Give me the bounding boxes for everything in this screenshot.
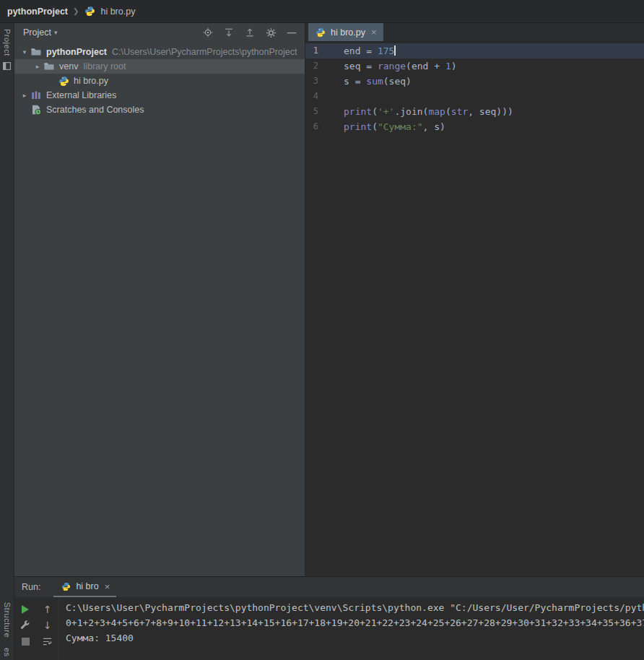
project-tree: ▾pythonProjectC:\Users\User\PycharmProje…	[14, 42, 305, 117]
tree-item-label: Scratches and Consoles	[46, 105, 144, 115]
python-file-icon	[315, 27, 326, 38]
code-editor[interactable]: 1end = 1752seq = range(end + 1)3s = sum(…	[305, 42, 644, 576]
editor-tab-bar: hi bro.py ×	[305, 23, 644, 42]
folder-icon	[30, 46, 42, 58]
tool-button-structure[interactable]: Structure	[3, 602, 12, 638]
soft-wrap-icon[interactable]	[40, 634, 55, 648]
run-tab-label: hi bro	[76, 581, 98, 591]
tree-item-hi-bro-py[interactable]: hi bro.py	[14, 74, 305, 88]
tree-item-venv[interactable]: ▸venvlibrary root	[14, 59, 305, 74]
line-number: 1	[305, 43, 337, 58]
tree-item-label: pythonProject	[46, 47, 107, 57]
close-icon[interactable]: ×	[105, 582, 110, 591]
code-line-2[interactable]: 2seq = range(end + 1)	[305, 58, 644, 74]
project-tool-icon[interactable]	[2, 61, 12, 73]
pycharm-window: pythonProject ❯ hi bro.py Project Struct…	[0, 0, 644, 660]
tree-item-label: External Libraries	[46, 90, 116, 100]
stop-icon[interactable]	[18, 634, 32, 648]
titlebar: pythonProject ❯ hi bro.py	[0, 0, 644, 23]
stripe-bottom: Structure es	[3, 602, 12, 657]
line-number: 6	[305, 119, 337, 134]
code-line-5[interactable]: 5print('+'.join(map(str, seq)))	[305, 104, 644, 119]
line-number: 2	[305, 58, 337, 74]
up-stack-icon[interactable]: ↑	[40, 602, 55, 617]
editor-tab-hi-bro[interactable]: hi bro.py ×	[308, 23, 383, 41]
down-stack-icon[interactable]: ↓	[40, 618, 55, 633]
project-panel-header: Project ▾ —	[14, 23, 305, 42]
code-line-text	[337, 89, 344, 104]
breadcrumb-file[interactable]: hi bro.py	[100, 6, 135, 17]
run-panel-body: ↑↓ C:\Users\User\PycharmProjects\pythonP…	[14, 597, 644, 660]
rerun-icon[interactable]	[18, 602, 32, 617]
breadcrumb-project[interactable]: pythonProject	[7, 6, 68, 17]
main-split: Project ▾ — ▾pythonProjectC:\Users\User\…	[14, 23, 644, 576]
run-toolbar: ↑↓	[14, 597, 59, 660]
chevron-collapsed-icon[interactable]: ▸	[32, 63, 43, 70]
main-body: Project Structure es Project ▾ — ▾python…	[0, 23, 644, 660]
tree-item-label: venv	[59, 61, 78, 71]
library-icon	[30, 90, 42, 101]
code-line-3[interactable]: 3s = sum(seq)	[305, 74, 644, 89]
tool-button-favorites[interactable]: es	[3, 648, 12, 657]
run-panel-header: Run: hi bro ×	[14, 577, 644, 597]
text-caret	[394, 45, 396, 56]
tree-item-detail: library root	[83, 61, 126, 71]
right-column: Project ▾ — ▾pythonProjectC:\Users\User\…	[14, 23, 644, 660]
editor-area: hi bro.py × 1end = 1752seq = range(end +…	[305, 23, 644, 576]
settings-gear-icon[interactable]	[265, 27, 277, 38]
code-line-text: s = sum(seq)	[337, 74, 412, 89]
tree-item-detail: C:\Users\User\PycharmProjects\pythonProj…	[112, 47, 297, 57]
python-file-icon	[84, 6, 95, 17]
console-line: Сумма: 15400	[66, 630, 644, 646]
run-console[interactable]: C:\Users\User\PycharmProjects\pythonProj…	[59, 597, 644, 660]
chevron-down-icon[interactable]: ▾	[54, 29, 58, 36]
project-header-icons: —	[202, 27, 297, 38]
tree-item-external-libraries[interactable]: ▸External Libraries	[14, 88, 305, 103]
code-line-text: seq = range(end + 1)	[337, 58, 457, 74]
editor-tab-label: hi bro.py	[331, 27, 365, 38]
python-file-icon	[60, 581, 71, 592]
code-line-text: print("Сумма:", s)	[337, 119, 445, 134]
tree-item-pythonproject[interactable]: ▾pythonProjectC:\Users\User\PycharmProje…	[14, 45, 305, 59]
code-line-6[interactable]: 6print("Сумма:", s)	[305, 119, 644, 134]
run-panel-label: Run:	[22, 582, 40, 592]
collapse-all-icon[interactable]	[223, 27, 235, 38]
python-icon	[58, 75, 69, 87]
project-panel-title[interactable]: Project	[23, 27, 51, 38]
folder-icon	[43, 61, 55, 72]
line-number: 5	[305, 104, 337, 119]
tool-button-project[interactable]: Project	[3, 29, 12, 56]
breadcrumb-chevron-icon: ❯	[73, 7, 79, 15]
console-line: C:\Users\User\PycharmProjects\pythonProj…	[66, 600, 644, 615]
run-tool-window: Run: hi bro × ↑↓ C:\Users\User\PycharmPr…	[14, 576, 644, 660]
tree-item-label: hi bro.py	[74, 76, 108, 86]
project-tool-window: Project ▾ — ▾pythonProjectC:\Users\User\…	[14, 23, 305, 576]
chevron-collapsed-icon[interactable]: ▸	[19, 92, 30, 99]
line-number: 3	[305, 74, 337, 89]
wrench-icon[interactable]	[18, 618, 32, 633]
console-line: 0+1+2+3+4+5+6+7+8+9+10+11+12+13+14+15+16…	[66, 615, 644, 630]
code-line-1[interactable]: 1end = 175	[305, 43, 644, 58]
chevron-expanded-icon[interactable]: ▾	[19, 48, 30, 56]
scratch-icon	[30, 104, 42, 116]
code-line-4[interactable]: 4	[305, 89, 644, 104]
hide-icon[interactable]: —	[286, 27, 297, 38]
tree-item-scratches-and-consoles[interactable]: Scratches and Consoles	[14, 103, 305, 117]
code-line-text: end = 175	[337, 43, 396, 58]
locate-icon[interactable]	[202, 27, 214, 38]
run-tab-hi-bro[interactable]: hi bro ×	[53, 577, 116, 597]
close-icon[interactable]: ×	[371, 27, 377, 37]
left-tool-stripe: Project Structure es	[0, 23, 14, 660]
code-line-text: print('+'.join(map(str, seq)))	[337, 104, 513, 119]
line-number: 4	[305, 89, 337, 104]
expand-all-icon[interactable]	[244, 27, 256, 38]
